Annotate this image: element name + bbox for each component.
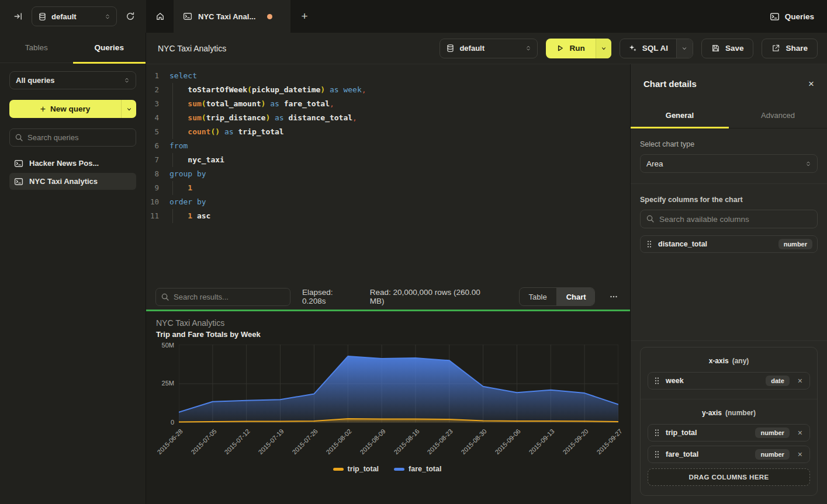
run-button[interactable]: Run [546, 39, 611, 58]
home-tab[interactable] [146, 0, 174, 33]
run-label: Run [569, 44, 584, 53]
search-results-box [155, 288, 290, 306]
code-line: 2 toStartOfWeek(pickup_datetime) as week… [146, 83, 630, 97]
x-axis-column-week[interactable]: week date × [648, 372, 810, 390]
x-axis-label: 2015-07-26 [291, 427, 319, 456]
query-filter-select[interactable]: All queries [9, 71, 136, 89]
code-line: 9 1 [146, 181, 630, 195]
column-name: fare_total [666, 450, 749, 458]
workarea: 1select2 toStartOfWeek(pickup_datetime) … [146, 64, 630, 504]
x-axis-label: 2015-08-16 [392, 427, 420, 456]
chevron-down-icon [126, 106, 132, 112]
drag-columns-dropzone[interactable]: DRAG COLUMNS HERE [648, 468, 810, 486]
code-line: 6from [146, 139, 630, 153]
share-button[interactable]: Share [762, 39, 818, 58]
tab-advanced[interactable]: Advanced [729, 103, 827, 128]
refresh-button[interactable] [123, 9, 138, 24]
more-options-button[interactable] [607, 290, 621, 304]
y-axis-section: y-axis(number) trip_total number × [641, 399, 817, 495]
sql-ai-main[interactable]: SQL AI [620, 39, 676, 58]
tab-tables[interactable]: Tables [0, 33, 73, 62]
search-results-input[interactable] [155, 288, 290, 306]
y-axis-label: y-axis [702, 409, 722, 417]
run-options-caret[interactable] [596, 39, 611, 58]
remove-column-button[interactable]: × [795, 429, 805, 437]
query-item-hacker-news[interactable]: Hacker News Pos... [9, 155, 136, 172]
query-terminal-icon [14, 159, 23, 168]
chevron-down-icon [601, 46, 607, 51]
y-axis-hint: (number) [725, 409, 756, 417]
new-query-main[interactable]: + New query [9, 100, 121, 118]
panel-title: Chart details [643, 79, 697, 89]
sql-ai-button[interactable]: SQL AI [620, 39, 693, 58]
column-type-badge: number [755, 449, 789, 460]
database-selector[interactable]: default [440, 39, 538, 58]
database-selector[interactable]: default [32, 6, 117, 26]
save-button[interactable]: Save [701, 39, 754, 58]
collapse-sidebar-button[interactable] [11, 9, 26, 24]
tab-label: NYC Taxi Anal... [198, 12, 255, 21]
sql-ai-caret[interactable] [676, 39, 693, 58]
query-title: NYC Taxi Analytics [158, 44, 440, 53]
x-axis-label: 2015-09-27 [595, 427, 623, 456]
run-button-main[interactable]: Run [546, 39, 595, 58]
topbar: default NYC Taxi Anal... [0, 0, 827, 33]
search-icon [161, 293, 169, 301]
query-header: NYC Taxi Analytics default Run [146, 33, 827, 64]
area-chart [179, 345, 618, 423]
remove-column-button[interactable]: × [795, 377, 805, 385]
tab-general[interactable]: General [631, 103, 729, 128]
x-axis-label: 2015-08-23 [426, 427, 454, 456]
tab-advanced-label: Advanced [761, 111, 795, 120]
panel-header: Chart details × [631, 64, 827, 103]
sidebar-tabs: Tables Queries [0, 33, 146, 63]
sql-editor[interactable]: 1select2 toStartOfWeek(pickup_datetime) … [146, 64, 630, 284]
tab-nyc-taxi-analytics[interactable]: NYC Taxi Anal... [174, 0, 290, 33]
refresh-icon [126, 12, 135, 21]
x-axis-label: 2015-07-05 [189, 427, 217, 456]
view-table-button[interactable]: Table [520, 288, 556, 305]
database-icon [38, 12, 47, 21]
y-axis-column-trip-total[interactable]: trip_total number × [648, 424, 810, 442]
legend-label: trip_total [348, 465, 379, 473]
save-label: Save [725, 44, 744, 53]
tabstrip: NYC Taxi Anal... + [146, 0, 770, 33]
y-axis-labels: 50M 25M 0 [156, 345, 179, 423]
chart-type-select[interactable]: Area [640, 154, 818, 173]
code-line: 5 count() as trip_total [146, 125, 630, 139]
legend-swatch [394, 468, 404, 471]
new-tab-button[interactable]: + [290, 0, 319, 33]
query-terminal-icon [183, 12, 192, 21]
y-axis-column-fare-total[interactable]: fare_total number × [648, 446, 810, 463]
panel-tabs: General Advanced [631, 103, 827, 128]
x-axis-label: x-axis [709, 357, 729, 365]
sparkles-icon [628, 44, 637, 53]
new-query-caret[interactable] [121, 100, 136, 118]
column-name: week [666, 377, 760, 385]
results-toolbar: Elapsed: 0.208s Read: 20,000,000 rows (2… [146, 284, 630, 310]
axes-card: x-axis(any) week date × y-axi [640, 347, 818, 496]
database-icon [446, 44, 455, 53]
x-axis-label: 2015-09-06 [494, 427, 522, 456]
query-item-nyc-taxi[interactable]: NYC Taxi Analytics [9, 173, 136, 190]
columns-label: Specify columns for the chart [640, 196, 818, 204]
tab-queries[interactable]: Queries [73, 33, 146, 62]
y-tick: 50M [162, 342, 174, 349]
columns-section: Specify columns for the chart distance_t… [631, 183, 827, 263]
search-queries-input[interactable] [9, 128, 136, 147]
query-filter-value: All queries [16, 76, 119, 85]
queries-icon [770, 12, 780, 22]
available-column-distance-total[interactable]: distance_total number [640, 235, 818, 253]
view-chart-button[interactable]: Chart [556, 288, 595, 305]
queries-button[interactable]: Queries [770, 12, 814, 22]
legend-item-trip_total[interactable]: trip_total [333, 465, 379, 473]
plot-area: 50M 25M 0 [156, 345, 618, 423]
remove-column-button[interactable]: × [795, 450, 805, 458]
search-columns-input[interactable] [640, 210, 818, 228]
axes-area: x-axis(any) week date × y-axi [631, 340, 827, 504]
new-query-button[interactable]: + New query [9, 100, 136, 118]
share-label: Share [786, 44, 808, 53]
column-type-badge: number [778, 239, 812, 249]
legend-item-fare_total[interactable]: fare_total [394, 465, 441, 473]
close-panel-button[interactable]: × [808, 79, 814, 89]
